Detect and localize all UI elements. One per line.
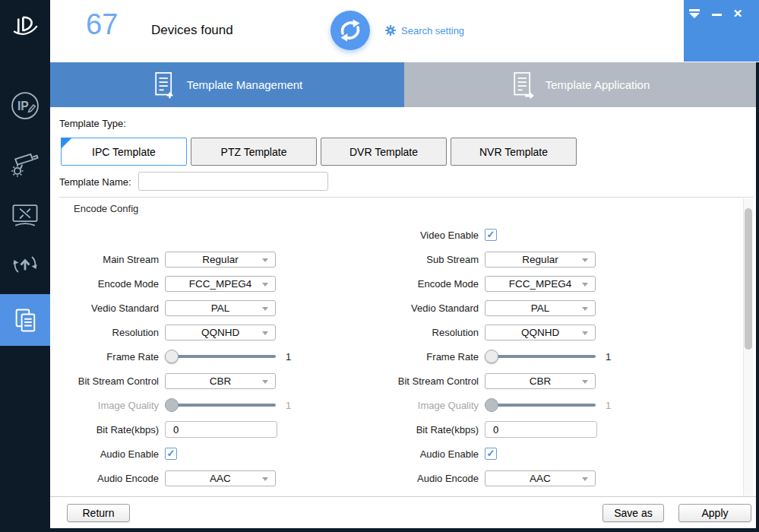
encode-config-panel: Encode Config Main Stream Regular Encode… xyxy=(59,197,754,496)
config-tool-window: IP xyxy=(0,0,759,532)
selected-corner-icon xyxy=(61,138,72,149)
button-label: NVR Template xyxy=(479,146,548,158)
tab-template-application[interactable]: Template Application xyxy=(404,62,756,107)
chevron-down-icon xyxy=(582,258,588,262)
field-row: Main Stream Regular xyxy=(59,247,378,271)
chevron-down-icon xyxy=(582,283,588,287)
slider-value: 1 xyxy=(286,400,291,411)
sidebar-item-device-config[interactable] xyxy=(0,138,50,185)
encode-mode-select[interactable]: FCC_MPEG4 xyxy=(165,276,276,292)
select-value: CBR xyxy=(485,374,595,388)
upgrade-icon xyxy=(8,248,42,281)
ptz-template-button[interactable]: PTZ Template xyxy=(191,138,317,166)
slider-track xyxy=(485,404,596,407)
sidebar-item-upgrade[interactable] xyxy=(0,241,50,288)
chevron-down-icon xyxy=(582,331,588,335)
tab-bar: Template Management Template Application xyxy=(50,62,756,107)
dvr-template-button[interactable]: DVR Template xyxy=(321,138,447,166)
sidebar-item-template[interactable] xyxy=(0,294,50,346)
field-row: Bit Stream Control CBR xyxy=(59,369,378,393)
field-label: Audio Encode xyxy=(374,473,485,484)
sub-stream-column: Video Enable ✓ Sub Stream Regular Encode… xyxy=(374,223,693,490)
field-row: Image Quality 1 xyxy=(374,393,693,417)
check-icon: ✓ xyxy=(487,230,495,240)
minimize-button[interactable] xyxy=(712,9,723,20)
image-quality-slider xyxy=(165,397,276,413)
bit-rate-input[interactable] xyxy=(165,421,277,438)
template-management-icon xyxy=(152,71,177,99)
audio-enable-checkbox-sub[interactable]: ✓ xyxy=(485,448,497,460)
frame-rate-slider[interactable] xyxy=(165,349,276,364)
video-enable-checkbox[interactable]: ✓ xyxy=(485,229,497,241)
window-border-bottom xyxy=(0,528,759,532)
sidebar-item-system-settings[interactable] xyxy=(0,191,50,238)
encode-mode-select-sub[interactable]: FCC_MPEG4 xyxy=(485,276,596,292)
field-row: Bit Rate(kbps) xyxy=(374,417,693,442)
field-row: Sub Stream Regular xyxy=(374,247,693,271)
window-border-right xyxy=(756,62,759,532)
field-row: Audio Encode AAC xyxy=(59,466,378,490)
audio-enable-checkbox[interactable]: ✓ xyxy=(165,448,177,460)
camera-config-icon xyxy=(8,145,42,179)
slider-handle[interactable] xyxy=(165,350,179,363)
chevron-down-icon xyxy=(582,380,588,384)
select-value: QQNHD xyxy=(485,325,595,340)
image-quality-slider-sub xyxy=(485,397,596,413)
template-type-buttons: IPC Template PTZ Template DVR Template N… xyxy=(61,138,577,166)
select-value: AAC xyxy=(485,471,595,486)
slider-value: 1 xyxy=(606,400,611,411)
apply-button[interactable]: Apply xyxy=(678,504,751,522)
field-label: Video Enable xyxy=(374,230,485,241)
header: 67 Devices found Search setting xyxy=(50,0,759,62)
scrollbar-track[interactable] xyxy=(743,198,753,496)
bit-stream-control-select[interactable]: CBR xyxy=(165,373,276,389)
collapse-icon[interactable] xyxy=(688,9,700,20)
refresh-button[interactable] xyxy=(330,11,370,50)
tab-label: Template Application xyxy=(546,78,650,91)
slider-handle xyxy=(165,398,179,412)
field-row: Audio Enable ✓ xyxy=(59,442,378,466)
vedio-standard-select-sub[interactable]: PAL xyxy=(485,300,596,316)
resolution-select[interactable]: QQNHD xyxy=(165,325,276,340)
svg-text:IP: IP xyxy=(17,100,29,112)
chevron-down-icon xyxy=(262,477,268,481)
close-button[interactable]: ✕ xyxy=(731,7,745,21)
slider-handle[interactable] xyxy=(485,350,498,363)
nvr-template-button[interactable]: NVR Template xyxy=(451,138,577,166)
check-icon: ✓ xyxy=(487,448,495,459)
resolution-select-sub[interactable]: QQNHD xyxy=(485,325,596,340)
tab-template-management[interactable]: Template Management xyxy=(50,62,404,107)
bit-rate-input-sub[interactable] xyxy=(485,421,597,438)
button-label: IPC Template xyxy=(92,146,156,158)
check-icon: ✓ xyxy=(167,448,176,459)
field-row: Bit Stream Control CBR xyxy=(374,369,693,393)
sub-stream-select[interactable]: Regular xyxy=(485,252,596,268)
save-as-button[interactable]: Save as xyxy=(602,504,664,522)
search-setting-button[interactable]: Search setting xyxy=(384,24,464,36)
audio-encode-select[interactable]: AAC xyxy=(165,470,276,486)
vedio-standard-select[interactable]: PAL xyxy=(165,300,276,316)
button-label: PTZ Template xyxy=(221,146,287,158)
field-label: Frame Rate xyxy=(374,351,485,363)
field-label: Bit Stream Control xyxy=(59,375,165,387)
template-name-input[interactable] xyxy=(138,172,328,191)
select-value: Regular xyxy=(485,252,595,267)
sidebar-item-ip-modify[interactable]: IP xyxy=(0,82,50,129)
scrollbar-thumb[interactable] xyxy=(745,208,752,350)
template-icon xyxy=(9,304,41,336)
field-row: Encode Mode FCC_MPEG4 xyxy=(374,271,693,296)
bit-stream-control-select-sub[interactable]: CBR xyxy=(485,373,596,389)
select-value: FCC_MPEG4 xyxy=(485,277,595,291)
return-button[interactable]: Return xyxy=(67,504,130,522)
field-label: Resolution xyxy=(59,327,165,338)
frame-rate-slider-sub[interactable] xyxy=(485,349,596,364)
field-label: Main Stream xyxy=(59,254,165,265)
field-label: Audio Enable xyxy=(374,448,485,460)
main-stream-select[interactable]: Regular xyxy=(165,252,276,268)
field-label: Frame Rate xyxy=(59,351,165,363)
field-row: Audio Enable ✓ xyxy=(374,442,693,466)
device-count: 67 xyxy=(86,8,118,41)
field-row: Audio Encode AAC xyxy=(374,466,693,490)
ipc-template-button[interactable]: IPC Template xyxy=(61,138,187,166)
audio-encode-select-sub[interactable]: AAC xyxy=(485,470,596,486)
